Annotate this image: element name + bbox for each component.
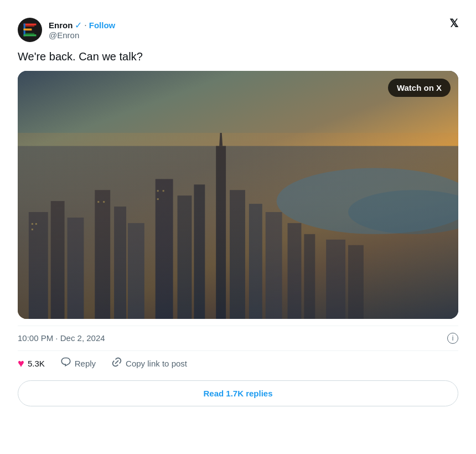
timestamp: 10:00 PM · Dec 2, 2024 [18,333,105,343]
likes-action[interactable]: ♥ 5.3K [18,357,45,370]
read-replies-button[interactable]: Read 1.7K replies [18,380,458,406]
reply-label: Reply [75,359,96,368]
avatar[interactable] [18,18,42,42]
account-name-row: Enron ✓ · Follow [49,20,115,30]
account-info: Enron ✓ · Follow @Enron [49,20,115,40]
copy-link-label: Copy link to post [126,359,187,368]
copy-link-action[interactable]: Copy link to post [111,357,187,370]
link-icon [111,357,122,370]
account-handle-row: @Enron [49,30,115,40]
account-name: Enron [49,20,73,30]
tweet-header-left: Enron ✓ · Follow @Enron [18,18,115,42]
svg-rect-1 [24,24,37,25]
likes-count: 5.3K [28,359,45,368]
reply-icon [60,357,71,370]
reply-action[interactable]: Reply [60,357,96,370]
svg-rect-7 [25,29,32,30]
account-handle: @Enron [49,30,79,40]
video-thumbnail [18,71,458,319]
dot-separator: · [84,20,86,30]
tweet-card: Enron ✓ · Follow @Enron 𝕏 We're back. Ca… [9,9,467,413]
tweet-header: Enron ✓ · Follow @Enron 𝕏 [18,18,458,42]
svg-rect-37 [18,133,458,319]
timestamp-row: 10:00 PM · Dec 2, 2024 i [18,326,458,350]
svg-rect-3 [24,34,37,36]
video-container[interactable]: Watch on X [18,71,458,319]
info-icon-button[interactable]: i [447,333,458,344]
watch-on-x-button[interactable]: Watch on X [388,79,451,97]
x-logo-button[interactable]: 𝕏 [449,18,458,29]
tweet-text: We're back. Can we talk? [18,49,458,64]
follow-button[interactable]: Follow [89,20,116,30]
svg-rect-5 [25,25,34,27]
verified-badge: ✓ [75,20,82,30]
heart-icon: ♥ [18,357,24,370]
svg-rect-6 [25,33,34,34]
action-bar: ♥ 5.3K Reply Copy link to post [18,350,458,376]
